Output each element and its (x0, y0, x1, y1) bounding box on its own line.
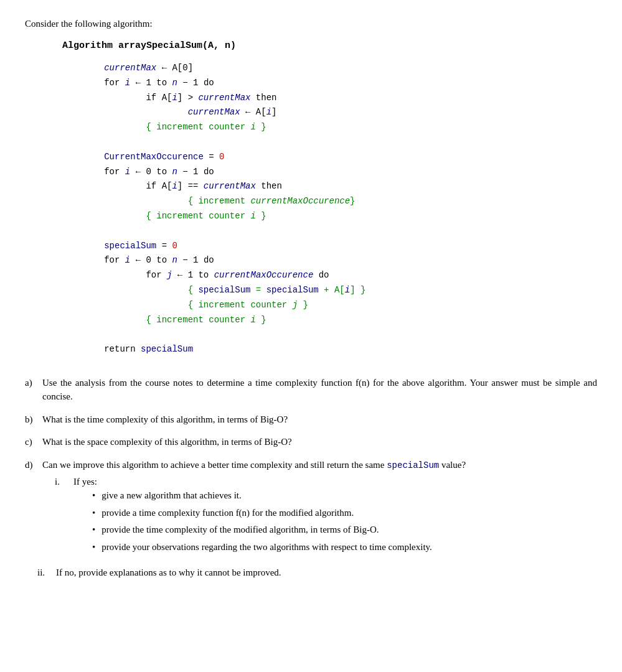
question-b-label: b) (25, 413, 42, 427)
code-line-3: if A[i] > currentMax then (62, 91, 597, 106)
code-line-15: { increment counter j } (62, 298, 597, 313)
algorithm-block: Algorithm arraySpecialSum(A, n) currentM… (62, 40, 597, 357)
bullet-item-3: provide the time complexity of the modif… (92, 523, 432, 537)
question-d-label: d) (25, 458, 42, 558)
question-c-text: What is the space complexity of this alg… (42, 435, 597, 449)
code-line-1: currentMax ← A[0] (62, 61, 597, 76)
code-line-6: CurrentMaxOccurence = 0 (62, 150, 597, 165)
question-c-label: c) (25, 435, 42, 449)
bullet-text-3: provide the time complexity of the modif… (101, 523, 432, 537)
question-d: d) Can we improve this algorithm to achi… (25, 458, 597, 558)
code-line-5: { increment counter i } (62, 120, 597, 135)
question-a-text: Use the analysis from the course notes t… (42, 376, 597, 404)
sub-label-i: i. (55, 475, 73, 558)
bullet-text-4: provide your observations regarding the … (101, 540, 432, 554)
code-line-9: { increment currentMaxOccurence} (62, 194, 597, 209)
algorithm-title: Algorithm arraySpecialSum(A, n) (62, 40, 597, 51)
sub-question-i-content: If yes: give a new algorithm that achiev… (73, 475, 432, 558)
question-a-label: a) (25, 376, 42, 404)
code-line-7: for i ← 0 to n − 1 do (62, 165, 597, 180)
question-b-text: What is the time complexity of this algo… (42, 413, 597, 427)
bullet-list: give a new algorithm that achieves it. p… (92, 488, 432, 554)
code-line-12: for i ← 0 to n − 1 do (62, 253, 597, 268)
code-line-10: { increment counter i } (62, 209, 597, 224)
sub-question-i-text: If yes: (73, 477, 97, 487)
intro-text: Consider the following algorithm: (25, 19, 597, 29)
code-line-blank1 (62, 135, 597, 150)
question-d-code: specialSum (387, 460, 439, 470)
code-line-4: currentMax ← A[i] (62, 105, 597, 120)
bullet-item-4: provide your observations regarding the … (92, 540, 432, 554)
question-d-value: value? (441, 460, 466, 470)
code-line-blank3 (62, 327, 597, 342)
code-line-14: { specialSum = specialSum + A[i] } (62, 283, 597, 298)
code-line-11: specialSum = 0 (62, 239, 597, 254)
bullet-text-2: provide a time complexity function f(n) … (101, 506, 432, 520)
code-line-blank2 (62, 224, 597, 239)
question-d-text1: Can we improve this algorithm to achieve… (42, 460, 384, 470)
sub-question-ii: ii. If no, provide explanations as to wh… (37, 566, 597, 580)
code-line-8: if A[i] == currentMax then (62, 179, 597, 194)
code-block: currentMax ← A[0] for i ← 1 to n − 1 do … (62, 61, 597, 357)
code-line-2: for i ← 1 to n − 1 do (62, 76, 597, 91)
code-line-17: return specialSum (62, 342, 597, 357)
question-a: a) Use the analysis from the course note… (25, 376, 597, 404)
question-c: c) What is the space complexity of this … (25, 435, 597, 449)
sub-question-i: i. If yes: give a new algorithm that ach… (55, 475, 597, 558)
questions-section: a) Use the analysis from the course note… (25, 376, 597, 580)
sub-label-ii: ii. (37, 566, 56, 580)
code-line-16: { increment counter i } (62, 313, 597, 328)
code-line-13: for j ← 1 to currentMaxOccurence do (62, 268, 597, 283)
question-b: b) What is the time complexity of this a… (25, 413, 597, 427)
sub-question-ii-text: If no, provide explanations as to why it… (56, 566, 281, 580)
bullet-item-1: give a new algorithm that achieves it. (92, 488, 432, 503)
bullet-item-2: provide a time complexity function f(n) … (92, 506, 432, 520)
question-d-content: Can we improve this algorithm to achieve… (42, 458, 597, 558)
bullet-text-1: give a new algorithm that achieves it. (101, 488, 432, 503)
